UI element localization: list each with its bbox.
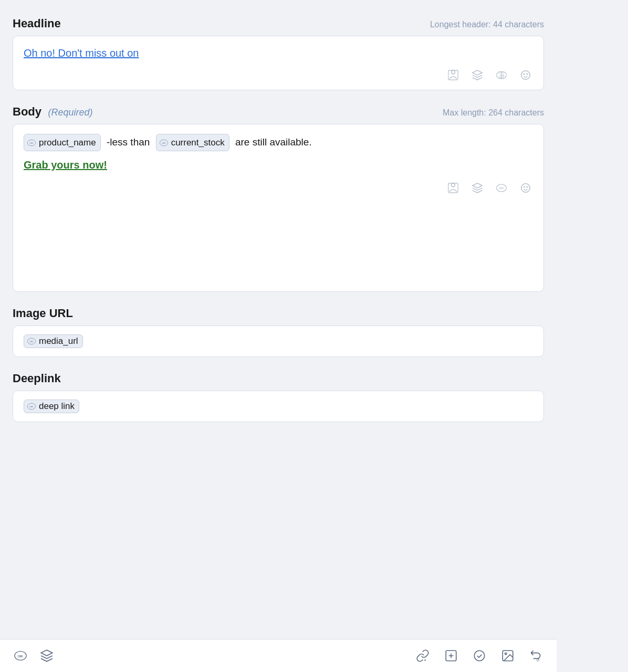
body-label-group: Body (Required): [13, 105, 93, 119]
svg-text:CMS: CMS: [29, 341, 34, 343]
body-label-row: Body (Required) Max length: 264 characte…: [13, 105, 544, 119]
toolbar-left-group: CMS: [13, 648, 415, 664]
cms-icon-headline[interactable]: CMS: [494, 68, 509, 82]
toolbar-check-icon[interactable]: [472, 648, 487, 664]
person-icon-body[interactable]: [446, 181, 460, 195]
svg-point-6: [527, 74, 527, 74]
svg-text:+: +: [424, 658, 426, 663]
body-label: Body: [13, 105, 41, 118]
deep-link-tag-label: deep link: [39, 401, 75, 412]
svg-point-15: [524, 187, 525, 187]
headline-value: Oh no! Don't miss out on: [24, 46, 533, 60]
toolbar-right-group: + ↺: [415, 648, 544, 664]
body-suffix-text: are still available.: [235, 136, 312, 148]
headline-label-row: Headline Longest header: 44 characters: [13, 17, 544, 30]
deeplink-section: Deeplink CMS deep link: [13, 372, 544, 422]
headline-section: Headline Longest header: 44 characters O…: [13, 17, 544, 90]
cms-icon-body[interactable]: CMS: [494, 181, 509, 195]
emoji-icon-headline[interactable]: [518, 68, 533, 82]
svg-text:CMS: CMS: [499, 187, 504, 190]
headline-field-box[interactable]: Oh no! Don't miss out on: [13, 36, 544, 90]
toolbar-layers-icon[interactable]: [39, 648, 55, 664]
image-url-section: Image URL CMS media_url: [13, 307, 544, 357]
body-icon-row: CMS: [24, 181, 533, 195]
svg-text:CMS: CMS: [17, 655, 23, 658]
emoji-icon-body[interactable]: [518, 181, 533, 195]
headline-icon-row: CMS: [24, 68, 533, 82]
deeplink-label: Deeplink: [13, 372, 544, 385]
body-cta-text: Grab yours now!: [24, 156, 533, 173]
media-url-tag-label: media_url: [39, 336, 78, 346]
product-name-tag[interactable]: CMS product_name: [24, 134, 101, 151]
svg-point-5: [524, 74, 525, 74]
product-name-tag-label: product_name: [39, 135, 96, 150]
image-url-label: Image URL: [13, 307, 544, 320]
body-sublabel: (Required): [48, 107, 92, 118]
image-url-field[interactable]: CMS media_url: [13, 326, 544, 357]
svg-text:CMS: CMS: [29, 406, 34, 408]
toolbar-image-icon[interactable]: [500, 648, 516, 664]
svg-point-16: [527, 187, 527, 187]
body-middle-text: -less than: [107, 136, 150, 148]
svg-text:↺: ↺: [536, 658, 540, 663]
current-stock-tag-label: current_stock: [171, 135, 225, 150]
body-field-box[interactable]: CMS product_name -less than CMS current_…: [13, 124, 544, 292]
headline-label: Headline: [13, 17, 61, 30]
toolbar-cms-icon[interactable]: CMS: [13, 648, 28, 664]
svg-text:CMS: CMS: [29, 142, 34, 144]
toolbar-link-icon[interactable]: +: [415, 648, 431, 664]
toolbar-undo-icon[interactable]: ↺: [528, 648, 544, 664]
layers-icon-body[interactable]: [470, 181, 485, 195]
svg-text:CMS: CMS: [162, 142, 166, 144]
svg-point-4: [521, 71, 530, 80]
layers-icon[interactable]: [470, 68, 485, 82]
media-url-tag[interactable]: CMS media_url: [24, 334, 83, 348]
body-meta: Max length: 264 characters: [443, 108, 544, 118]
deep-link-tag[interactable]: CMS deep link: [24, 400, 79, 413]
body-section: Body (Required) Max length: 264 characte…: [13, 105, 544, 292]
svg-text:CMS: CMS: [500, 74, 505, 77]
current-stock-tag[interactable]: CMS current_stock: [156, 134, 229, 151]
bottom-toolbar: CMS +: [0, 639, 557, 672]
deeplink-field[interactable]: CMS deep link: [13, 391, 544, 422]
headline-meta: Longest header: 44 characters: [430, 20, 544, 29]
body-content: CMS product_name -less than CMS current_…: [24, 134, 533, 173]
svg-point-14: [521, 184, 530, 193]
toolbar-add-media-icon[interactable]: [443, 648, 459, 664]
person-icon[interactable]: [446, 68, 460, 82]
svg-point-25: [474, 650, 485, 661]
svg-point-27: [505, 653, 507, 655]
